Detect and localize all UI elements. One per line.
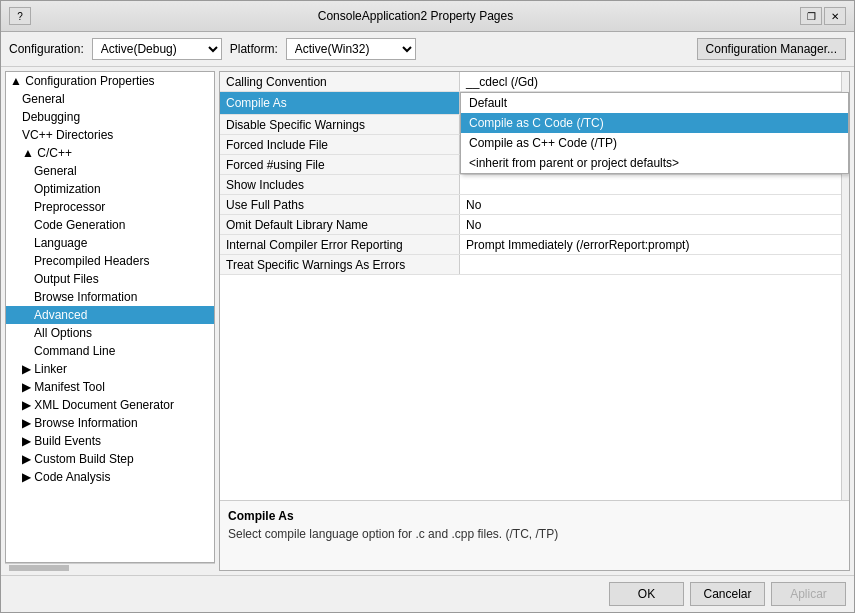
props-table: Calling Convention __cdecl (/Gd) Compile…: [220, 72, 849, 500]
prop-value-use-full-paths: No: [460, 195, 849, 214]
tree-item-general[interactable]: General: [6, 90, 214, 108]
prop-name-show-includes: Show Includes: [220, 175, 460, 194]
prop-value-internal-error: Prompt Immediately (/errorReport:prompt): [460, 235, 849, 254]
tree-item-debugging[interactable]: Debugging: [6, 108, 214, 126]
tree-item-advanced[interactable]: Advanced: [6, 306, 214, 324]
config-manager-button[interactable]: Configuration Manager...: [697, 38, 846, 60]
prop-value-calling-conv: __cdecl (/Gd): [460, 72, 849, 91]
prop-row-internal-error: Internal Compiler Error Reporting Prompt…: [220, 235, 849, 255]
prop-name-forced-include: Forced Include File: [220, 135, 460, 154]
tree-item-code-gen[interactable]: Code Generation: [6, 216, 214, 234]
tree-item-custom-build[interactable]: ▶ Custom Build Step: [6, 450, 214, 468]
dropdown-item-default[interactable]: Default: [461, 93, 848, 113]
tree-item-all-options[interactable]: All Options: [6, 324, 214, 342]
tree-item-optimization[interactable]: Optimization: [6, 180, 214, 198]
tree-item-language[interactable]: Language: [6, 234, 214, 252]
right-panel: Calling Convention __cdecl (/Gd) Compile…: [219, 71, 850, 571]
tree-item-code-analysis[interactable]: ▶ Code Analysis: [6, 468, 214, 486]
info-text: Select compile language option for .c an…: [228, 527, 841, 541]
apply-button[interactable]: Aplicar: [771, 582, 846, 606]
close-button[interactable]: ✕: [824, 7, 846, 25]
prop-row-calling-conv: Calling Convention __cdecl (/Gd): [220, 72, 849, 92]
tree-item-precompiled[interactable]: Precompiled Headers: [6, 252, 214, 270]
prop-row-use-full-paths: Use Full Paths No: [220, 195, 849, 215]
info-panel: Compile As Select compile language optio…: [220, 500, 849, 570]
prop-name-compile-as: Compile As: [220, 92, 460, 114]
tree-item-browse-info2[interactable]: ▶ Browse Information: [6, 414, 214, 432]
main-content: ▲ Configuration Properties General Debug…: [1, 67, 854, 575]
prop-row-treat-warnings: Treat Specific Warnings As Errors: [220, 255, 849, 275]
config-bar: Configuration: Active(Debug) Platform: A…: [1, 32, 854, 67]
help-button[interactable]: ?: [9, 7, 31, 25]
prop-name-internal-error: Internal Compiler Error Reporting: [220, 235, 460, 254]
platform-label: Platform:: [230, 42, 278, 56]
prop-row-show-includes: Show Includes: [220, 175, 849, 195]
prop-name-treat-warnings: Treat Specific Warnings As Errors: [220, 255, 460, 274]
prop-name-forced-using: Forced #using File: [220, 155, 460, 174]
platform-select[interactable]: Active(Win32): [286, 38, 416, 60]
tree-item-cpp-general[interactable]: General: [6, 162, 214, 180]
config-label: Configuration:: [9, 42, 84, 56]
compile-as-dropdown: Default Compile as C Code (/TC) Compile …: [460, 92, 849, 174]
tree-panel: ▲ Configuration Properties General Debug…: [5, 71, 215, 563]
tree-item-vcpp[interactable]: VC++ Directories: [6, 126, 214, 144]
tree-item-browse-info[interactable]: Browse Information: [6, 288, 214, 306]
prop-value-show-includes: [460, 175, 849, 194]
restore-button[interactable]: ❐: [800, 7, 822, 25]
prop-value-omit-default-lib: No: [460, 215, 849, 234]
dropdown-item-compile-c[interactable]: Compile as C Code (/TC): [461, 113, 848, 133]
prop-name-disable-warnings: Disable Specific Warnings: [220, 115, 460, 134]
bottom-bar: OK Cancelar Aplicar: [1, 575, 854, 612]
dropdown-item-compile-cpp[interactable]: Compile as C++ Code (/TP): [461, 133, 848, 153]
tree-item-cpp[interactable]: ▲ C/C++: [6, 144, 214, 162]
tree-item-command-line[interactable]: Command Line: [6, 342, 214, 360]
main-window: ? ConsoleApplication2 Property Pages ❐ ✕…: [0, 0, 855, 613]
tree-item-preprocessor[interactable]: Preprocessor: [6, 198, 214, 216]
tree-item-build-events[interactable]: ▶ Build Events: [6, 432, 214, 450]
prop-name-calling-conv: Calling Convention: [220, 72, 460, 91]
prop-name-omit-default-lib: Omit Default Library Name: [220, 215, 460, 234]
config-select[interactable]: Active(Debug): [92, 38, 222, 60]
tree-hscroll-thumb[interactable]: [9, 565, 69, 571]
cancel-button[interactable]: Cancelar: [690, 582, 765, 606]
tree-item-config-props[interactable]: ▲ Configuration Properties: [6, 72, 214, 90]
tree-hscrollbar[interactable]: [5, 563, 215, 571]
title-bar: ? ConsoleApplication2 Property Pages ❐ ✕: [1, 1, 854, 32]
ok-button[interactable]: OK: [609, 582, 684, 606]
window-title: ConsoleApplication2 Property Pages: [31, 9, 800, 23]
tree-item-linker[interactable]: ▶ Linker: [6, 360, 214, 378]
prop-name-use-full-paths: Use Full Paths: [220, 195, 460, 214]
prop-row-omit-default-lib: Omit Default Library Name No: [220, 215, 849, 235]
dropdown-item-inherit[interactable]: <inherit from parent or project defaults…: [461, 153, 848, 173]
info-title: Compile As: [228, 509, 841, 523]
tree-item-xml-doc[interactable]: ▶ XML Document Generator: [6, 396, 214, 414]
tree-item-output-files[interactable]: Output Files: [6, 270, 214, 288]
tree-item-manifest-tool[interactable]: ▶ Manifest Tool: [6, 378, 214, 396]
prop-value-treat-warnings: [460, 255, 849, 274]
